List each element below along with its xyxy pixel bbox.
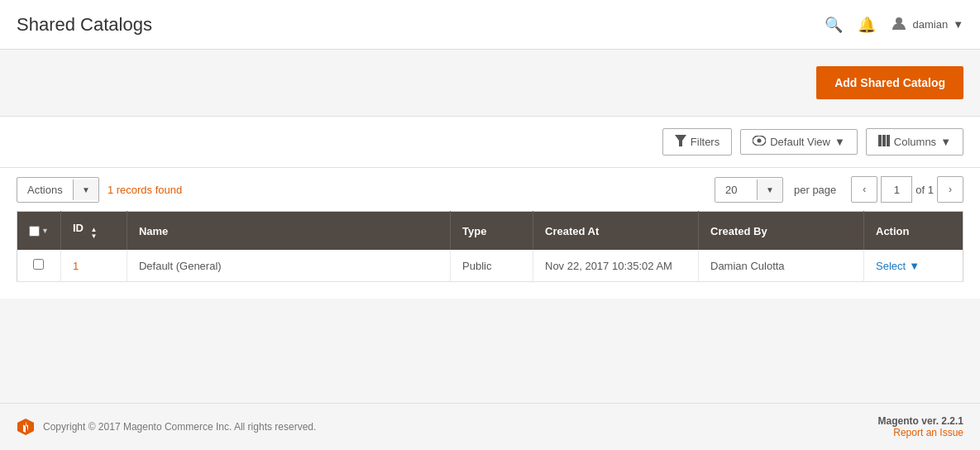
bell-icon[interactable]: 🔔	[858, 16, 876, 34]
footer-left: Copyright © 2017 Magento Commerce Inc. A…	[17, 418, 316, 436]
row-created-at: Nov 22, 2017 10:35:02 AM	[533, 250, 699, 282]
per-page-input[interactable]	[715, 178, 757, 202]
next-page-button[interactable]: ›	[937, 176, 963, 203]
user-menu-caret-icon: ▼	[953, 18, 963, 31]
id-sort-icon[interactable]: ▲▼	[91, 227, 98, 240]
th-action: Action	[864, 212, 963, 251]
per-page-label: per page	[794, 184, 836, 196]
row-id: 1	[60, 250, 127, 282]
report-issue-link[interactable]: Report an Issue	[878, 427, 963, 438]
footer-right: Magento ver. 2.2.1 Report an Issue	[878, 415, 963, 438]
th-created-by: Created By	[699, 212, 864, 251]
row-action-select-link[interactable]: Select ▼	[876, 260, 951, 272]
page-number-input[interactable]	[881, 176, 912, 203]
svg-rect-5	[882, 135, 886, 146]
svg-rect-4	[878, 135, 882, 146]
th-action-label: Action	[876, 225, 909, 237]
total-pages: of 1	[915, 184, 934, 196]
filters-button[interactable]: Filters	[662, 128, 732, 156]
columns-label: Columns	[894, 136, 936, 148]
table-row: 1 Default (General) Public Nov 22, 2017 …	[17, 250, 963, 282]
header-icons: 🔍 🔔 damian ▼	[825, 15, 963, 34]
eye-icon	[753, 136, 766, 148]
svg-marker-1	[675, 135, 686, 146]
data-grid: ▼ ID ▲▼ Name Type	[0, 211, 980, 299]
main-content: Add Shared Catalog Filters Default View …	[0, 50, 980, 403]
row-created-at-value: Nov 22, 2017 10:35:02 AM	[545, 260, 672, 272]
header: Shared Catalogs 🔍 🔔 damian ▼	[0, 0, 980, 50]
records-found: 1 records found	[108, 184, 182, 196]
pagination: ‹ of 1 ›	[851, 176, 963, 203]
row-created-by-value: Damian Culotta	[710, 260, 785, 272]
svg-point-3	[758, 139, 762, 143]
th-name-label: Name	[139, 225, 168, 237]
th-checkbox-caret-icon[interactable]: ▼	[41, 227, 49, 235]
th-id-label: ID	[73, 222, 84, 234]
actions-right: ▼ per page ‹ of 1 ›	[715, 176, 963, 203]
th-created-at-label: Created At	[545, 225, 599, 237]
th-id: ID ▲▼	[60, 212, 127, 251]
user-avatar-icon	[891, 15, 907, 34]
per-page-select: ▼	[715, 177, 783, 203]
table-header-row: ▼ ID ▲▼ Name Type	[17, 212, 963, 251]
add-shared-catalog-button[interactable]: Add Shared Catalog	[816, 66, 963, 99]
th-created-by-label: Created By	[710, 225, 767, 237]
page-title: Shared Catalogs	[17, 14, 152, 36]
th-name: Name	[127, 212, 450, 251]
th-created-at: Created At	[533, 212, 699, 251]
shared-catalogs-table: ▼ ID ▲▼ Name Type	[17, 211, 963, 282]
columns-caret-icon: ▼	[940, 136, 951, 148]
toolbar: Filters Default View ▼ Columns ▼	[0, 117, 980, 168]
th-type-label: Type	[462, 225, 486, 237]
actions-caret-icon[interactable]: ▼	[73, 180, 98, 200]
row-action-caret-icon: ▼	[909, 260, 920, 272]
filters-button-label: Filters	[691, 136, 719, 148]
th-type: Type	[451, 212, 533, 251]
row-created-by: Damian Culotta	[699, 250, 864, 282]
user-menu[interactable]: damian ▼	[891, 15, 963, 34]
grid-actions-bar: Actions ▼ 1 records found ▼ per page ‹ o…	[0, 168, 980, 211]
magento-logo-icon	[17, 418, 35, 436]
copyright-text: Copyright © 2017 Magento Commerce Inc. A…	[43, 421, 316, 433]
footer: Copyright © 2017 Magento Commerce Inc. A…	[0, 403, 980, 450]
filter-icon	[675, 135, 686, 149]
row-type: Public	[451, 250, 533, 282]
select-all-checkbox[interactable]	[29, 226, 40, 237]
row-checkbox[interactable]	[33, 259, 44, 270]
svg-point-0	[896, 17, 902, 24]
row-type-value: Public	[462, 260, 491, 272]
prev-page-button[interactable]: ‹	[851, 176, 877, 203]
per-page-caret-icon[interactable]: ▼	[757, 180, 782, 200]
magento-version: Magento ver. 2.2.1	[878, 415, 963, 427]
actions-left: Actions ▼ 1 records found	[17, 177, 182, 203]
row-action-select-label: Select	[876, 260, 906, 272]
th-checkbox: ▼	[17, 212, 61, 251]
row-name: Default (General)	[127, 250, 450, 282]
search-icon[interactable]: 🔍	[825, 16, 843, 34]
columns-icon	[878, 135, 890, 149]
user-name: damian	[912, 18, 948, 31]
svg-rect-6	[887, 135, 890, 146]
table-body: 1 Default (General) Public Nov 22, 2017 …	[17, 250, 963, 282]
row-id-link[interactable]: 1	[73, 260, 79, 272]
row-action: Select ▼	[864, 250, 963, 282]
actions-dropdown: Actions ▼	[17, 177, 99, 203]
row-checkbox-cell	[17, 250, 61, 282]
columns-button[interactable]: Columns ▼	[866, 128, 963, 156]
default-view-label: Default View	[770, 136, 830, 148]
action-bar: Add Shared Catalog	[0, 50, 980, 117]
default-view-button[interactable]: Default View ▼	[740, 129, 858, 155]
default-view-caret-icon: ▼	[834, 136, 845, 148]
row-name-value: Default (General)	[139, 260, 222, 272]
actions-select[interactable]: Actions	[17, 178, 73, 202]
